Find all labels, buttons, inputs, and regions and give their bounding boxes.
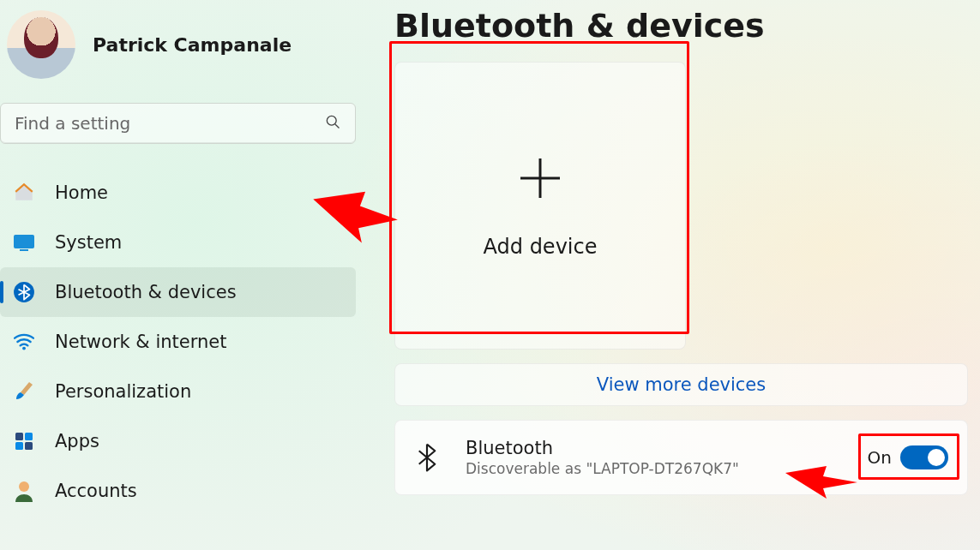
nav-item-personalization[interactable]: Personalization — [0, 367, 356, 416]
bluetooth-title: Bluetooth — [466, 438, 842, 458]
bluetooth-card: Bluetooth Discoverable as "LAPTOP-DT267Q… — [394, 420, 968, 495]
system-icon — [12, 234, 36, 251]
user-name: Patrick Campanale — [93, 34, 292, 56]
sidebar: Patrick Campanale Home System Bluetooth … — [0, 0, 356, 550]
bluetooth-glyph-icon — [414, 443, 440, 472]
search-input[interactable] — [15, 113, 324, 134]
svg-rect-9 — [25, 442, 33, 450]
main-content: Bluetooth & devices Add device View more… — [394, 0, 980, 495]
nav-label: Bluetooth & devices — [55, 282, 237, 302]
nav-item-accounts[interactable]: Accounts — [0, 466, 356, 516]
apps-icon — [12, 431, 36, 451]
nav-label: Home — [55, 182, 108, 203]
nav-item-system[interactable]: System — [0, 218, 356, 267]
home-icon — [12, 182, 36, 204]
view-more-label: View more devices — [597, 374, 767, 395]
avatar — [7, 10, 75, 79]
wifi-icon — [12, 332, 36, 351]
nav-item-home[interactable]: Home — [0, 168, 356, 218]
svg-rect-2 — [14, 235, 34, 248]
svg-rect-8 — [15, 442, 23, 450]
search-icon — [324, 113, 341, 134]
nav-label: System — [55, 232, 122, 253]
search-box[interactable] — [0, 103, 356, 144]
annotation-highlight-box — [389, 41, 689, 334]
view-more-devices-button[interactable]: View more devices — [394, 363, 968, 406]
page-title: Bluetooth & devices — [394, 7, 968, 45]
person-icon — [12, 480, 36, 502]
svg-point-10 — [19, 481, 29, 492]
profile-header[interactable]: Patrick Campanale — [0, 0, 356, 79]
nav-item-network[interactable]: Network & internet — [0, 317, 356, 367]
svg-line-1 — [335, 124, 340, 129]
svg-point-5 — [22, 347, 26, 350]
nav: Home System Bluetooth & devices Network … — [0, 168, 356, 516]
nav-label: Network & internet — [55, 332, 226, 352]
bluetooth-icon — [12, 281, 36, 303]
nav-label: Apps — [55, 431, 99, 451]
nav-item-apps[interactable]: Apps — [0, 416, 356, 466]
svg-rect-6 — [15, 433, 23, 440]
svg-point-0 — [327, 116, 336, 125]
nav-label: Accounts — [55, 481, 137, 501]
svg-rect-7 — [25, 433, 33, 440]
paintbrush-icon — [12, 380, 36, 403]
nav-item-bluetooth-devices[interactable]: Bluetooth & devices — [0, 267, 356, 317]
annotation-highlight-box — [858, 433, 959, 480]
nav-label: Personalization — [55, 381, 191, 402]
svg-rect-3 — [20, 249, 28, 251]
bluetooth-subtitle: Discoverable as "LAPTOP-DT267QK7" — [466, 460, 842, 477]
